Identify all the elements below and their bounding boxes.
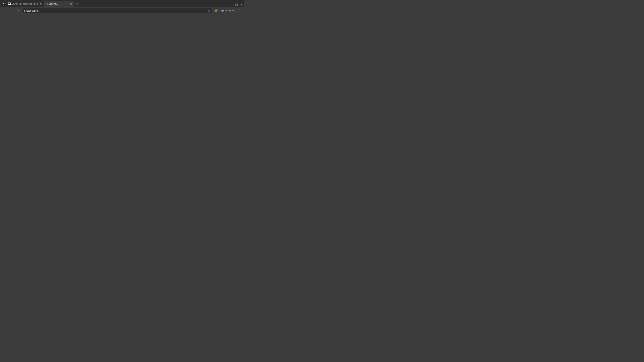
stop-icon: ✕ xyxy=(17,9,19,12)
tab-loading-close-button[interactable]: ✕ xyxy=(70,2,73,5)
page-info-icon: ℹ xyxy=(24,9,25,12)
close-button[interactable]: ✕ xyxy=(240,4,242,6)
loading-spinner-icon xyxy=(46,3,48,5)
puzzle-piece-icon: 🧩 xyxy=(214,9,218,12)
page-content xyxy=(0,15,244,137)
close-icon: ✕ xyxy=(240,3,242,6)
minimize-icon: ─ xyxy=(231,3,232,6)
tab-bar-left: ▾ Gm Lauren Deli has invited you to xyxy=(0,1,229,7)
tab-gmail[interactable]: Gm Lauren Deli has invited you to ✕ xyxy=(7,1,44,7)
incognito-button[interactable]: Incognito xyxy=(220,8,236,13)
chevron-down-icon: ▾ xyxy=(3,2,4,5)
tab-loading[interactable]: Loading... ✕ xyxy=(44,1,74,7)
reload-button[interactable]: ✕ xyxy=(16,8,21,13)
more-options-button[interactable]: ⋮ xyxy=(237,8,242,13)
maximize-icon: ❐ xyxy=(235,3,238,6)
tab-gmail-close-button[interactable]: ✕ xyxy=(39,2,42,5)
gmail-icon: Gm xyxy=(8,2,11,5)
forward-icon: → xyxy=(10,9,13,12)
tab-favicon-loading xyxy=(45,2,48,5)
extensions-button[interactable]: 🧩 xyxy=(214,8,219,13)
new-tab-button[interactable]: + xyxy=(75,1,80,6)
tab-favicon-gmail: Gm xyxy=(8,2,11,5)
tab-loading-title: Loading... xyxy=(49,3,68,5)
back-icon: ← xyxy=(3,9,6,12)
bookmark-star-icon[interactable]: ☆ xyxy=(208,9,210,12)
minimize-button[interactable]: ─ xyxy=(231,4,233,6)
maximize-button[interactable]: ❐ xyxy=(236,4,238,6)
tab-bar: ▾ Gm Lauren Deli has invited you to xyxy=(0,0,244,7)
nav-right-controls: 🧩 Incognito ⋮ xyxy=(214,8,242,13)
back-button[interactable]: ← xyxy=(2,8,8,13)
address-bar[interactable]: ℹ about:blank ☆ xyxy=(22,8,212,13)
vertical-dots-icon: ⋮ xyxy=(238,9,241,12)
window-controls: ─ ❐ ✕ xyxy=(229,4,244,6)
incognito-label: Incognito xyxy=(226,9,234,12)
plus-icon: + xyxy=(76,2,78,5)
tab-dropdown-button[interactable]: ▾ xyxy=(1,1,6,6)
nav-bar: ← → ✕ ℹ about:blank ☆ 🧩 xyxy=(0,7,244,15)
url-display: about:blank xyxy=(26,9,206,12)
tab-gmail-title: Lauren Deli has invited you to xyxy=(12,3,38,5)
incognito-icon xyxy=(221,9,224,12)
svg-text:Gm: Gm xyxy=(8,3,11,5)
browser-frame: ▾ Gm Lauren Deli has invited you to xyxy=(0,0,244,137)
forward-button[interactable]: → xyxy=(9,8,14,13)
